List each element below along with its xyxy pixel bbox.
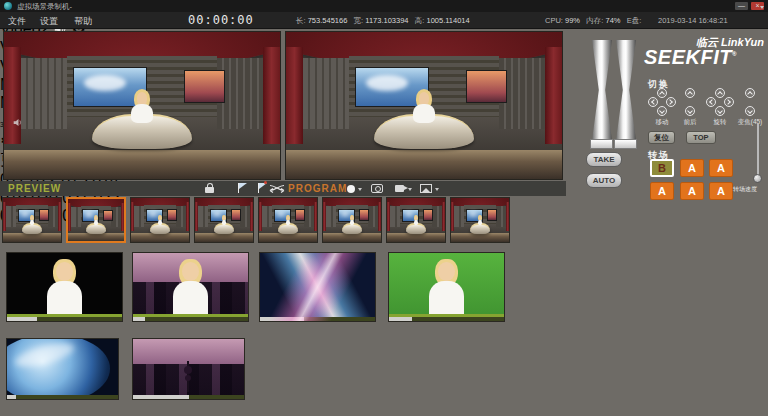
pad-zoom-out-icon[interactable] [745, 106, 755, 116]
picture-options-caret-icon[interactable] [435, 188, 439, 191]
auto-button[interactable]: AUTO [586, 173, 622, 188]
media2-thumbnail[interactable] [132, 338, 245, 400]
pad-dolly-down-icon[interactable] [685, 106, 695, 116]
pad-move-up-icon[interactable] [657, 88, 667, 98]
reset-button[interactable]: 复位 [648, 131, 675, 144]
video4-thumbnail[interactable] [388, 252, 505, 322]
system-stats: CPU: 99% 内存: 74% E盘: [545, 16, 641, 26]
preview-monitor [3, 31, 281, 180]
tbar-right-grip[interactable] [614, 139, 637, 149]
swap-preview-program-icon[interactable] [269, 183, 285, 193]
app-logo-icon [4, 2, 12, 10]
tbar-left-handle[interactable] [592, 40, 612, 140]
video3-options-caret-icon[interactable] [760, 6, 764, 9]
transition-speed-slider[interactable] [757, 123, 759, 179]
shot-thumbnail-3[interactable] [130, 197, 190, 243]
transition-a-button-5[interactable]: A [709, 182, 733, 200]
program-label: PROGRAM [288, 183, 347, 194]
pad-rotate-left-icon[interactable] [706, 97, 716, 107]
title-bar: 虚拟场景录制机- — × [0, 0, 768, 12]
pad-label-move: 移动 [648, 118, 676, 127]
shot-thumbnail-4[interactable] [194, 197, 254, 243]
picture-overlay-icon[interactable] [420, 184, 432, 193]
shot-thumbnail-2[interactable] [66, 197, 126, 243]
video1-audio-meter [110, 270, 118, 312]
mask-flag-alt-icon[interactable] [259, 183, 267, 189]
shot-thumbnail-1[interactable] [2, 197, 62, 243]
transition-a-button-1[interactable]: A [680, 159, 704, 177]
datetime: 2019-03-14 16:48:21 [658, 16, 728, 25]
video3-thumbnail[interactable] [259, 252, 376, 322]
video2-thumbnail[interactable] [132, 252, 249, 322]
app-window: 虚拟场景录制机- — × 文件 设置 帮助 00:00:00 长: 753.54… [0, 0, 768, 416]
pad-rotate-down-icon[interactable] [715, 106, 725, 116]
video1-thumbnail[interactable] [6, 252, 123, 322]
menu-settings[interactable]: 设置 [40, 15, 58, 28]
menu-file[interactable]: 文件 [8, 15, 26, 28]
pad-label-rotate: 旋转 [706, 118, 734, 127]
minimize-button[interactable]: — [735, 2, 748, 10]
tbar-left-grip[interactable] [590, 139, 613, 149]
transition-b-button[interactable]: B [650, 159, 674, 177]
record-options-caret-icon[interactable] [358, 188, 362, 191]
capture-options-caret-icon[interactable] [408, 188, 412, 191]
lock-icon[interactable] [205, 187, 214, 193]
video2-audio-meter [236, 270, 244, 312]
top-button[interactable]: TOP [686, 131, 716, 144]
pad-dolly-up-icon[interactable] [685, 88, 695, 98]
transition-speed-label: 转场速度 [733, 185, 757, 194]
preview-label: PREVIEW [8, 183, 61, 194]
camera-dimensions: 长: 753.545166 宽: 1173.103394 高: 1005.114… [296, 16, 470, 26]
pad-move-right-icon[interactable] [666, 97, 676, 107]
media2-audio-meter [232, 353, 240, 390]
transition-speed-knob[interactable] [753, 174, 762, 183]
mask-flag-icon[interactable] [239, 183, 247, 189]
video4-audio-meter [492, 270, 500, 312]
scene3d-speaker-icon[interactable] [13, 118, 24, 127]
transition-a-button-4[interactable]: A [680, 182, 704, 200]
pad-label-dolly: 前后 [678, 118, 702, 127]
tbar-right-handle[interactable] [616, 40, 636, 140]
pad-rotate-up-icon[interactable] [715, 88, 725, 98]
shot-thumbnail-8[interactable] [450, 197, 510, 243]
shot-thumbnail-6[interactable] [322, 197, 382, 243]
pad-move-left-icon[interactable] [648, 97, 658, 107]
timecode-display: 00:00:00 [188, 13, 254, 27]
record-stream-icon[interactable] [347, 185, 355, 193]
window-title: 虚拟场景录制机- [17, 2, 72, 12]
transition-a-button-3[interactable]: A [650, 182, 674, 200]
program-monitor [285, 31, 563, 180]
brand-logo: SEEKFIT® [644, 46, 768, 69]
media1-thumbnail[interactable] [6, 338, 119, 400]
transition-a-button-2[interactable]: A [709, 159, 733, 177]
video-capture-icon[interactable] [395, 185, 404, 192]
pad-label-zoom: 变焦(45) [732, 118, 768, 127]
pad-zoom-in-icon[interactable] [745, 88, 755, 98]
menu-bar: 文件 设置 帮助 00:00:00 长: 753.545166 宽: 1173.… [0, 12, 768, 29]
take-button[interactable]: TAKE [586, 152, 622, 167]
pad-rotate-right-icon[interactable] [724, 97, 734, 107]
media1-audio-meter [106, 353, 114, 390]
pad-move-down-icon[interactable] [657, 106, 667, 116]
shot-thumbnail-7[interactable] [386, 197, 446, 243]
menu-help[interactable]: 帮助 [74, 15, 92, 28]
video3-audio-meter [363, 270, 371, 312]
snapshot-camera-icon[interactable] [371, 184, 383, 193]
shot-thumbnail-5[interactable] [258, 197, 318, 243]
